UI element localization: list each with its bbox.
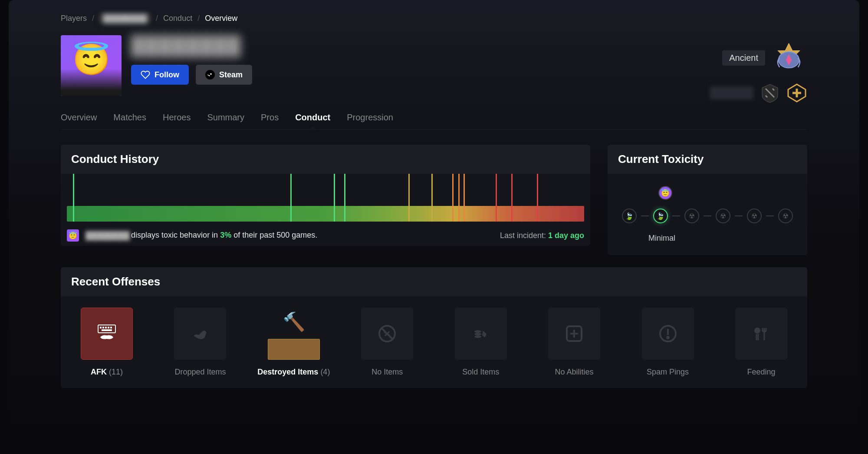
destroy-icon: 🔨 bbox=[268, 308, 320, 360]
last-incident-value: 1 day ago bbox=[548, 231, 584, 240]
conduct-spike bbox=[452, 174, 454, 222]
conduct-spike bbox=[458, 174, 460, 222]
tab-overview[interactable]: Overview bbox=[61, 113, 97, 123]
sold-icon bbox=[455, 308, 507, 360]
summary-player-name: ████████ bbox=[85, 231, 129, 240]
offense-label: Sold Items bbox=[462, 368, 499, 377]
offense-label: Feeding bbox=[747, 368, 775, 377]
svg-point-0 bbox=[210, 73, 212, 75]
heart-icon bbox=[141, 70, 150, 80]
keyboard-icon bbox=[81, 308, 133, 360]
offense-label: No Items bbox=[372, 368, 403, 377]
toxicity-level-1: 🍃 bbox=[653, 209, 668, 223]
conduct-spike bbox=[431, 174, 433, 222]
toxicity-avatar-icon: 😇 bbox=[658, 186, 672, 200]
offense-spam-pings[interactable]: Spam Pings bbox=[633, 308, 703, 377]
svg-point-17 bbox=[474, 335, 481, 338]
breadcrumb: Players / ████████ / Conduct / Overview bbox=[61, 14, 807, 23]
rank-label: Ancient bbox=[722, 50, 765, 66]
recent-offenses-title: Recent Offenses bbox=[71, 275, 797, 288]
breadcrumb-current: Overview bbox=[205, 14, 237, 23]
tab-summary[interactable]: Summary bbox=[207, 113, 244, 123]
toxicity-level-4: ☢ bbox=[747, 209, 762, 223]
svg-rect-12 bbox=[102, 329, 112, 331]
conduct-spike bbox=[290, 174, 292, 222]
tab-pros[interactable]: Pros bbox=[261, 113, 279, 123]
svg-point-15 bbox=[474, 330, 481, 333]
toxicity-dash bbox=[766, 215, 774, 216]
breadcrumb-sep: / bbox=[92, 14, 94, 23]
offense-label: AFK (11) bbox=[91, 368, 123, 377]
offense-feeding[interactable]: Feeding bbox=[727, 308, 796, 377]
ping-icon bbox=[642, 308, 694, 360]
conduct-spike bbox=[344, 174, 345, 222]
summary-suffix: of their past 500 games. bbox=[233, 231, 317, 239]
conduct-summary: 😇 ████████ displays toxic behavior in 3%… bbox=[67, 229, 317, 242]
last-incident-label: Last incident: bbox=[500, 231, 546, 240]
conduct-spike bbox=[464, 174, 465, 222]
follow-label: Follow bbox=[155, 70, 179, 80]
tab-heroes[interactable]: Heroes bbox=[163, 113, 191, 123]
steam-icon bbox=[205, 70, 215, 80]
conduct-gradient-bar bbox=[67, 206, 584, 222]
noitems-icon bbox=[361, 308, 413, 360]
conduct-spike bbox=[334, 174, 335, 222]
toxicity-level-2: ☢ bbox=[684, 209, 699, 223]
toxicity-title: Current Toxicity bbox=[618, 152, 797, 166]
login-cta-blur[interactable] bbox=[710, 86, 753, 99]
rank-medal-icon bbox=[770, 40, 807, 76]
offense-label: Spam Pings bbox=[647, 368, 689, 377]
offense-label: Destroyed Items (4) bbox=[257, 368, 330, 377]
svg-rect-7 bbox=[100, 327, 102, 328]
svg-rect-10 bbox=[108, 327, 109, 328]
tab-conduct[interactable]: Conduct bbox=[295, 113, 330, 123]
offense-destroyed-items[interactable]: 🔨Destroyed Items (4) bbox=[259, 308, 329, 377]
conduct-spike bbox=[496, 174, 497, 222]
plus-badge-icon bbox=[786, 83, 807, 103]
dota-badge-icon bbox=[760, 83, 780, 103]
svg-rect-9 bbox=[105, 327, 107, 328]
conduct-history-title: Conduct History bbox=[71, 152, 580, 166]
offense-afk[interactable]: AFK (11) bbox=[72, 308, 141, 377]
last-incident: Last incident: 1 day ago bbox=[500, 231, 584, 240]
noabilities-icon bbox=[548, 308, 600, 360]
svg-point-23 bbox=[667, 337, 669, 338]
toxicity-dash bbox=[672, 215, 680, 216]
breadcrumb-conduct[interactable]: Conduct bbox=[163, 14, 192, 23]
toxicity-marker: 😇 bbox=[658, 186, 672, 200]
summary-percent: 3% bbox=[220, 231, 231, 239]
toxicity-dash bbox=[735, 215, 743, 216]
toxicity-level-label: Minimal bbox=[648, 234, 799, 243]
svg-rect-11 bbox=[110, 327, 112, 328]
offense-label: Dropped Items bbox=[174, 368, 226, 377]
svg-rect-6 bbox=[98, 325, 115, 333]
breadcrumb-sep: / bbox=[156, 14, 158, 23]
tab-progression[interactable]: Progression bbox=[347, 113, 393, 123]
conduct-spike bbox=[408, 174, 410, 222]
conduct-history-chart bbox=[61, 174, 590, 222]
breadcrumb-sep: / bbox=[197, 14, 200, 23]
toxicity-dash bbox=[641, 215, 649, 216]
svg-rect-8 bbox=[102, 327, 104, 328]
toxicity-panel: Current Toxicity 😇 🍃🍃☢☢☢☢ Minimal bbox=[608, 145, 807, 255]
steam-button[interactable]: Steam bbox=[196, 65, 252, 85]
tab-matches[interactable]: Matches bbox=[113, 113, 146, 123]
offense-sold-items[interactable]: Sold Items bbox=[446, 308, 516, 377]
player-avatar[interactable] bbox=[61, 35, 122, 96]
steam-label: Steam bbox=[219, 70, 243, 80]
toxicity-level-3: ☢ bbox=[716, 209, 730, 223]
toxicity-level-0: 🍃 bbox=[622, 209, 637, 223]
breadcrumb-player-name[interactable]: ████████ bbox=[99, 14, 151, 23]
toxicity-level-5: ☢ bbox=[778, 209, 793, 223]
breadcrumb-players[interactable]: Players bbox=[61, 14, 87, 23]
conduct-spike bbox=[537, 174, 538, 222]
conduct-spike bbox=[73, 174, 74, 222]
offense-no-abilities[interactable]: No Abilities bbox=[539, 308, 609, 377]
toxicity-scale: 🍃🍃☢☢☢☢ bbox=[616, 209, 799, 223]
offense-no-items[interactable]: No Items bbox=[352, 308, 422, 377]
mini-avatar-icon: 😇 bbox=[67, 229, 79, 242]
conduct-spike bbox=[511, 174, 513, 222]
offense-dropped-items[interactable]: Dropped Items bbox=[165, 308, 235, 377]
summary-prefix: displays toxic behavior in bbox=[131, 231, 218, 239]
follow-button[interactable]: Follow bbox=[131, 65, 189, 85]
